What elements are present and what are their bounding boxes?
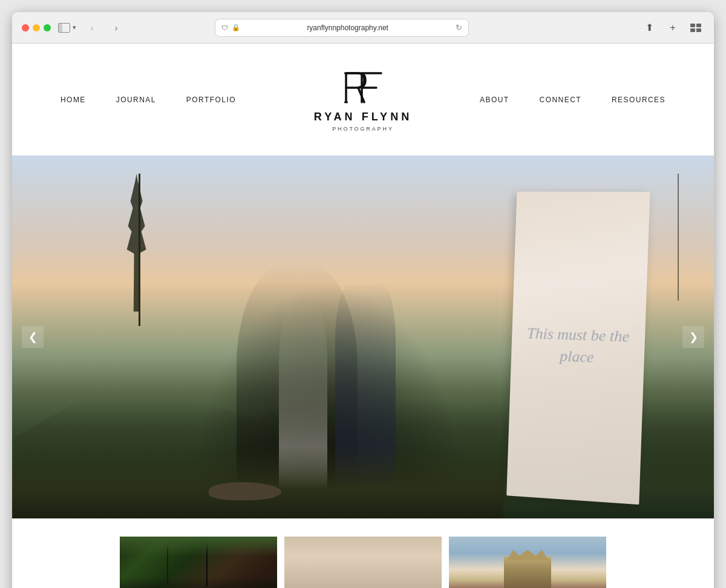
address-bar[interactable]: 🛡 🔒 ryanflynnphotography.net ↻ xyxy=(215,19,469,37)
slider-next-button[interactable]: ❯ xyxy=(682,326,704,348)
nav-home[interactable]: HOME xyxy=(60,96,86,104)
nav-left: HOME JOURNAL PORTFOLIO xyxy=(60,96,236,104)
hero-slider: This must be the place ❮ ❯ xyxy=(12,155,714,518)
thumbnail-3[interactable] xyxy=(449,537,606,588)
url-text: ryanflynnphotography.net xyxy=(244,24,452,32)
reload-button[interactable]: ↻ xyxy=(456,23,462,32)
svg-rect-2 xyxy=(690,28,695,32)
nav-connect[interactable]: CONNECT xyxy=(540,96,581,104)
nav-about[interactable]: ABOUT xyxy=(480,96,509,104)
browser-window: ▾ ‹ › 🛡 🔒 ryanflynnphotography.net ↻ ⬆ + xyxy=(12,12,714,588)
traffic-lights xyxy=(22,24,51,31)
browser-toolbar: ▾ ‹ › 🛡 🔒 ryanflynnphotography.net ↻ ⬆ + xyxy=(12,12,714,44)
fabric-banner: This must be the place xyxy=(506,192,650,505)
chevron-left-icon: ❮ xyxy=(28,330,38,344)
maximize-button[interactable] xyxy=(44,24,51,31)
website-content: HOME JOURNAL PORTFOLIO RYAN FLYNN PHOTOG xyxy=(12,44,714,588)
site-logo[interactable]: RYAN FLYNN PHOTOGRAPHY xyxy=(314,67,412,132)
fabric-text-content: This must be the place xyxy=(511,310,646,383)
thumb-forest-image xyxy=(120,537,277,588)
thumbnail-1[interactable] xyxy=(120,537,277,588)
nav-right: ABOUT CONNECT RESOURCES xyxy=(480,96,666,104)
browser-actions: ⬆ + xyxy=(641,19,704,36)
close-button[interactable] xyxy=(22,24,29,31)
grid-view-button[interactable] xyxy=(687,19,704,36)
thumb-castle-image xyxy=(449,537,606,588)
nav-journal[interactable]: JOURNAL xyxy=(116,96,156,104)
svg-rect-0 xyxy=(690,24,695,27)
nav-resources[interactable]: RESOURCES xyxy=(612,96,666,104)
new-tab-button[interactable]: + xyxy=(664,19,681,36)
logo-monogram-svg xyxy=(341,67,385,108)
nav-portfolio[interactable]: PORTFOLIO xyxy=(186,96,236,104)
lock-icon: 🔒 xyxy=(232,24,240,31)
minimize-button[interactable] xyxy=(33,24,40,31)
thumbnail-2[interactable] xyxy=(284,537,442,588)
security-icon: 🛡 xyxy=(221,24,228,31)
back-button[interactable]: ‹ xyxy=(83,19,100,36)
logo-subtitle: PHOTOGRAPHY xyxy=(332,126,394,132)
forward-button[interactable]: › xyxy=(108,19,125,36)
thumb-beach-image xyxy=(284,537,442,588)
share-button[interactable]: ⬆ xyxy=(641,19,658,36)
thumbnail-row xyxy=(12,518,714,588)
site-header: HOME JOURNAL PORTFOLIO RYAN FLYNN PHOTOG xyxy=(12,44,714,155)
sidebar-toggle-button[interactable]: ▾ xyxy=(58,23,76,33)
svg-rect-1 xyxy=(696,24,701,27)
slider-prev-button[interactable]: ❮ xyxy=(22,326,44,348)
chevron-right-icon: ❯ xyxy=(689,330,698,344)
logo-name: RYAN FLYNN xyxy=(314,111,412,124)
svg-rect-3 xyxy=(696,28,701,32)
